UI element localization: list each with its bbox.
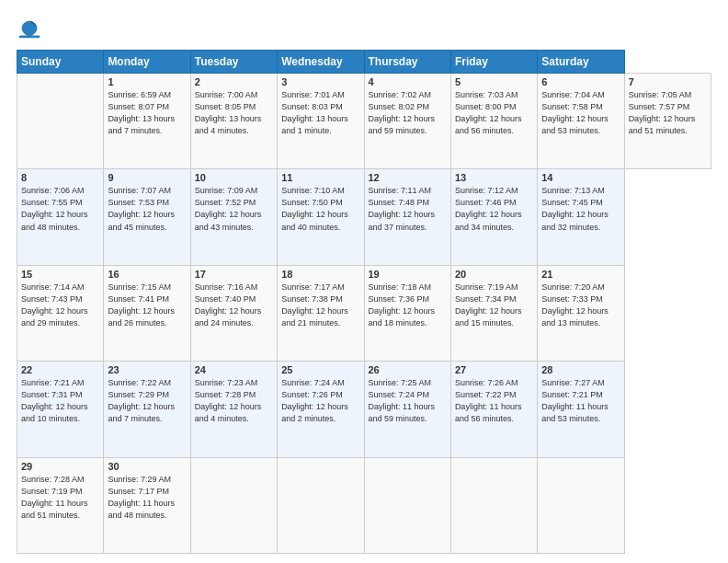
weekday-header-tuesday: Tuesday: [190, 51, 277, 74]
day-number: 4: [369, 76, 447, 87]
day-number: 7: [629, 76, 707, 87]
calendar-day-cell: 8Sunrise: 7:06 AMSunset: 7:55 PMDaylight…: [17, 169, 104, 265]
day-info: Sunrise: 7:24 AMSunset: 7:26 PMDaylight:…: [281, 377, 359, 425]
day-number: 11: [281, 172, 359, 183]
day-number: 30: [108, 461, 186, 472]
day-info: Sunrise: 7:17 AMSunset: 7:38 PMDaylight:…: [281, 282, 359, 329]
day-info: Sunrise: 7:16 AMSunset: 7:40 PMDaylight:…: [195, 282, 273, 329]
weekday-header-friday: Friday: [450, 51, 537, 74]
day-info: Sunrise: 7:00 AMSunset: 8:05 PMDaylight:…: [195, 89, 273, 137]
day-number: 25: [281, 364, 359, 375]
calendar-day-cell: 25Sunrise: 7:24 AMSunset: 7:26 PMDayligh…: [278, 362, 364, 457]
day-info: Sunrise: 7:25 AMSunset: 7:24 PMDaylight:…: [369, 377, 447, 425]
calendar-week-row: 8Sunrise: 7:06 AMSunset: 7:55 PMDaylight…: [17, 169, 711, 265]
calendar-day-cell: 2Sunrise: 7:00 AMSunset: 8:05 PMDaylight…: [190, 74, 277, 169]
day-number: 12: [369, 172, 447, 183]
calendar-day-cell: 21Sunrise: 7:20 AMSunset: 7:33 PMDayligh…: [538, 265, 624, 361]
day-number: 8: [21, 172, 99, 183]
day-info: Sunrise: 7:28 AMSunset: 7:19 PMDaylight:…: [21, 474, 99, 522]
calendar-week-row: 1Sunrise: 6:59 AMSunset: 8:07 PMDaylight…: [17, 74, 711, 169]
day-number: 26: [369, 364, 447, 375]
day-info: Sunrise: 7:01 AMSunset: 8:03 PMDaylight:…: [281, 89, 359, 137]
calendar-day-cell: 24Sunrise: 7:23 AMSunset: 7:28 PMDayligh…: [190, 362, 277, 457]
calendar-day-cell: 15Sunrise: 7:14 AMSunset: 7:43 PMDayligh…: [17, 265, 104, 361]
day-info: Sunrise: 7:13 AMSunset: 7:45 PMDaylight:…: [541, 185, 620, 233]
calendar-day-cell: 13Sunrise: 7:12 AMSunset: 7:46 PMDayligh…: [450, 169, 537, 265]
calendar-day-cell: 16Sunrise: 7:15 AMSunset: 7:41 PMDayligh…: [104, 265, 190, 361]
calendar-day-cell: [450, 457, 537, 553]
calendar-day-cell: [364, 457, 450, 553]
calendar-day-cell: 7Sunrise: 7:05 AMSunset: 7:57 PMDaylight…: [624, 74, 711, 169]
calendar-day-cell: 30Sunrise: 7:29 AMSunset: 7:17 PMDayligh…: [104, 457, 190, 553]
header: [17, 17, 711, 42]
calendar-day-cell: 6Sunrise: 7:04 AMSunset: 7:58 PMDaylight…: [538, 74, 624, 169]
weekday-header-wednesday: Wednesday: [278, 51, 364, 74]
calendar-day-cell: 18Sunrise: 7:17 AMSunset: 7:38 PMDayligh…: [278, 265, 364, 361]
day-number: 3: [281, 76, 359, 87]
day-number: 14: [541, 172, 620, 183]
day-number: 16: [108, 269, 186, 280]
calendar-day-cell: 12Sunrise: 7:11 AMSunset: 7:48 PMDayligh…: [364, 169, 450, 265]
day-info: Sunrise: 7:14 AMSunset: 7:43 PMDaylight:…: [21, 282, 99, 329]
day-info: Sunrise: 7:07 AMSunset: 7:53 PMDaylight:…: [108, 185, 186, 233]
day-info: Sunrise: 7:09 AMSunset: 7:52 PMDaylight:…: [195, 185, 273, 233]
day-info: Sunrise: 7:23 AMSunset: 7:28 PMDaylight:…: [195, 377, 273, 425]
day-number: 10: [195, 172, 273, 183]
calendar-day-cell: 17Sunrise: 7:16 AMSunset: 7:40 PMDayligh…: [190, 265, 277, 361]
day-number: 5: [455, 76, 533, 87]
day-info: Sunrise: 7:26 AMSunset: 7:22 PMDaylight:…: [455, 377, 533, 425]
day-number: 27: [455, 364, 533, 375]
logo: [17, 17, 46, 42]
day-info: Sunrise: 7:12 AMSunset: 7:46 PMDaylight:…: [455, 185, 533, 233]
weekday-header-sunday: Sunday: [17, 51, 104, 74]
day-number: 18: [281, 269, 359, 280]
calendar-day-cell: 27Sunrise: 7:26 AMSunset: 7:22 PMDayligh…: [450, 362, 537, 457]
calendar-day-cell: [190, 457, 277, 553]
day-number: 22: [21, 364, 99, 375]
calendar-day-cell: 3Sunrise: 7:01 AMSunset: 8:03 PMDaylight…: [278, 74, 364, 169]
day-info: Sunrise: 7:19 AMSunset: 7:34 PMDaylight:…: [455, 282, 533, 329]
calendar-body: 1Sunrise: 6:59 AMSunset: 8:07 PMDaylight…: [17, 74, 711, 554]
day-number: 9: [108, 172, 186, 183]
day-info: Sunrise: 7:29 AMSunset: 7:17 PMDaylight:…: [108, 474, 186, 522]
calendar-day-cell: [278, 457, 364, 553]
day-info: Sunrise: 7:02 AMSunset: 8:02 PMDaylight:…: [369, 89, 447, 137]
day-info: Sunrise: 7:21 AMSunset: 7:31 PMDaylight:…: [21, 377, 99, 425]
day-info: Sunrise: 7:22 AMSunset: 7:29 PMDaylight:…: [108, 377, 186, 425]
calendar-day-cell: 1Sunrise: 6:59 AMSunset: 8:07 PMDaylight…: [104, 74, 190, 169]
calendar-day-cell: 26Sunrise: 7:25 AMSunset: 7:24 PMDayligh…: [364, 362, 450, 457]
day-info: Sunrise: 7:18 AMSunset: 7:36 PMDaylight:…: [369, 282, 447, 329]
calendar-week-row: 22Sunrise: 7:21 AMSunset: 7:31 PMDayligh…: [17, 362, 711, 457]
calendar-table: SundayMondayTuesdayWednesdayThursdayFrid…: [17, 50, 711, 554]
calendar-day-cell: [17, 74, 104, 169]
day-number: 15: [21, 269, 99, 280]
day-info: Sunrise: 7:10 AMSunset: 7:50 PMDaylight:…: [281, 185, 359, 233]
day-info: Sunrise: 7:27 AMSunset: 7:21 PMDaylight:…: [541, 377, 620, 425]
day-number: 28: [541, 364, 620, 375]
day-info: Sunrise: 7:04 AMSunset: 7:58 PMDaylight:…: [541, 89, 620, 137]
weekday-header-saturday: Saturday: [538, 51, 624, 74]
day-info: Sunrise: 6:59 AMSunset: 8:07 PMDaylight:…: [108, 89, 186, 137]
calendar-day-cell: 28Sunrise: 7:27 AMSunset: 7:21 PMDayligh…: [538, 362, 624, 457]
calendar-day-cell: 9Sunrise: 7:07 AMSunset: 7:53 PMDaylight…: [104, 169, 190, 265]
day-number: 13: [455, 172, 533, 183]
svg-rect-0: [19, 36, 40, 39]
calendar-day-cell: 23Sunrise: 7:22 AMSunset: 7:29 PMDayligh…: [104, 362, 190, 457]
logo-icon: [17, 17, 42, 42]
day-info: Sunrise: 7:15 AMSunset: 7:41 PMDaylight:…: [108, 282, 186, 329]
day-info: Sunrise: 7:06 AMSunset: 7:55 PMDaylight:…: [21, 185, 99, 233]
day-number: 2: [195, 76, 273, 87]
day-number: 21: [541, 269, 620, 280]
day-number: 23: [108, 364, 186, 375]
weekday-header-monday: Monday: [104, 51, 190, 74]
day-number: 6: [541, 76, 620, 87]
page: SundayMondayTuesdayWednesdayThursdayFrid…: [0, 0, 728, 563]
weekday-header-thursday: Thursday: [364, 51, 450, 74]
day-info: Sunrise: 7:11 AMSunset: 7:48 PMDaylight:…: [369, 185, 447, 233]
day-number: 19: [369, 269, 447, 280]
day-number: 1: [108, 76, 186, 87]
calendar-day-cell: 29Sunrise: 7:28 AMSunset: 7:19 PMDayligh…: [17, 457, 104, 553]
day-info: Sunrise: 7:05 AMSunset: 7:57 PMDaylight:…: [629, 89, 707, 137]
calendar-day-cell: 11Sunrise: 7:10 AMSunset: 7:50 PMDayligh…: [278, 169, 364, 265]
weekday-row: SundayMondayTuesdayWednesdayThursdayFrid…: [17, 51, 711, 74]
